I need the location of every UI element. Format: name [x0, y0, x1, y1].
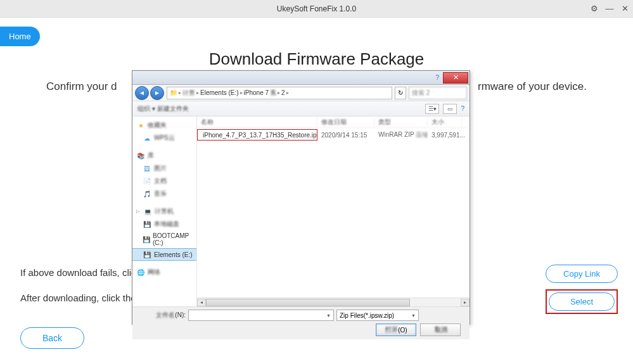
breadcrumb-item[interactable]: iPhone 7	[244, 89, 269, 96]
scroll-left-icon[interactable]: ◂	[197, 299, 206, 306]
help-icon[interactable]: ?	[461, 105, 464, 112]
nav-forward-icon[interactable]: ►	[150, 86, 164, 100]
dialog-addressbar: ◄ ► 📁 ▸ 计算 ▸ Elements (E:) ▸ iPhone 7 系 …	[132, 85, 470, 101]
col-name[interactable]: 名称	[197, 118, 317, 127]
sidebar-item[interactable]: ★收藏夹	[132, 119, 196, 132]
scroll-thumb[interactable]	[206, 299, 410, 306]
sidebar-item[interactable]: 📄文档	[132, 175, 196, 187]
sidebar-item[interactable]: ▷💻计算机	[132, 205, 196, 218]
horizontal-scrollbar[interactable]: ◂ ▸	[197, 298, 470, 306]
dialog-body: ★收藏夹☁WPS云📚库🖼图片📄文档🎵音乐▷💻计算机💾本地磁盘💾BOOTCAMP …	[132, 116, 470, 306]
filetype-combo[interactable]: Zip Files(*.ipsw.zip) ▼	[336, 310, 419, 321]
folder-icon: 📁	[170, 89, 177, 96]
dialog-bottom-panel: 文件名(N): ▼ Zip Files(*.ipsw.zip) ▼ 打开(O) …	[132, 306, 470, 339]
file-name: iPhone_4.7_P3_13.7_17H35_Restore.ipsw...	[203, 132, 317, 139]
sidebar-item[interactable]: 💾BOOTCAMP (C:)	[132, 230, 196, 248]
file-open-dialog: ? ✕ ◄ ► 📁 ▸ 计算 ▸ Elements (E:) ▸ iPhone …	[132, 70, 470, 325]
fail-text: If above download fails, clic	[20, 267, 136, 278]
sidebar-item[interactable]: 🌐网络	[132, 266, 196, 279]
filename-input[interactable]: ▼	[188, 310, 334, 321]
after-text: After downloading, click the	[20, 292, 136, 303]
minimize-icon[interactable]: —	[605, 4, 614, 13]
dialog-sidebar: ★收藏夹☁WPS云📚库🖼图片📄文档🎵音乐▷💻计算机💾本地磁盘💾BOOTCAMP …	[132, 116, 197, 306]
dialog-close-button[interactable]: ✕	[443, 72, 468, 84]
preview-icon[interactable]: ▭	[443, 104, 457, 114]
select-highlight-frame: Select	[546, 289, 618, 314]
copy-link-button[interactable]: Copy Link	[546, 265, 618, 283]
sidebar-item[interactable]: 📚库	[132, 149, 196, 162]
file-header: 名称 修改日期 类型 大小	[197, 116, 470, 128]
refresh-icon[interactable]: ↻	[395, 87, 406, 99]
open-button[interactable]: 打开(O)	[376, 323, 416, 336]
page-title: Download Firmware Package	[38, 49, 595, 69]
sidebar-item[interactable]: ☁WPS云	[132, 132, 196, 144]
col-size[interactable]: 大小	[428, 118, 462, 127]
sidebar-item[interactable]: 🎵音乐	[132, 187, 196, 200]
app-titlebar: UkeySoft FoneFix 1.0.0 ⚙ — ✕	[0, 0, 633, 18]
breadcrumb[interactable]: 📁 ▸ 计算 ▸ Elements (E:) ▸ iPhone 7 系 ▸ 2 …	[167, 87, 392, 99]
col-type[interactable]: 类型	[374, 118, 428, 127]
toolbar-organize[interactable]: 组织 ▾ 新建文件夹	[137, 104, 189, 113]
help-icon[interactable]: ?	[432, 74, 443, 81]
file-date: 2020/9/14 15:15	[317, 132, 374, 139]
breadcrumb-item[interactable]: Elements (E:)	[200, 89, 239, 96]
sidebar-item[interactable]: 💾Elements (E:)	[132, 248, 196, 261]
file-size: 3,997,591...	[428, 132, 462, 139]
home-tab[interactable]: Home	[0, 27, 40, 46]
close-icon[interactable]: ✕	[620, 4, 629, 13]
breadcrumb-item[interactable]: 2	[281, 89, 285, 96]
settings-icon[interactable]: ⚙	[590, 4, 599, 13]
home-label: Home	[9, 32, 31, 41]
file-row[interactable]: iPhone_4.7_P3_13.7_17H35_Restore.ipsw...…	[197, 128, 470, 142]
back-button[interactable]: Back	[20, 327, 84, 349]
select-button[interactable]: Select	[549, 292, 615, 311]
nav-back-icon[interactable]: ◄	[135, 86, 149, 100]
file-type: WinRAR ZIP 压缩	[374, 130, 428, 139]
sidebar-item[interactable]: 💾本地磁盘	[132, 218, 196, 230]
scroll-right-icon[interactable]: ▸	[461, 299, 470, 306]
search-input[interactable]: 搜索 2	[409, 87, 467, 99]
col-date[interactable]: 修改日期	[317, 118, 374, 127]
cancel-button[interactable]: 取消	[420, 323, 461, 336]
view-icon[interactable]: ☰▾	[425, 104, 439, 114]
filename-label: 文件名(N):	[137, 311, 186, 320]
dialog-titlebar[interactable]: ? ✕	[132, 71, 470, 85]
app-title: UkeySoft FoneFix 1.0.0	[277, 4, 356, 13]
dialog-toolbar: 组织 ▾ 新建文件夹 ☰▾ ▭ ?	[132, 101, 470, 116]
side-buttons: Copy Link Select	[546, 265, 618, 314]
sidebar-item[interactable]: 🖼图片	[132, 162, 196, 175]
file-list: 名称 修改日期 类型 大小 iPhone_4.7_P3_13.7_17H35_R…	[197, 116, 470, 306]
